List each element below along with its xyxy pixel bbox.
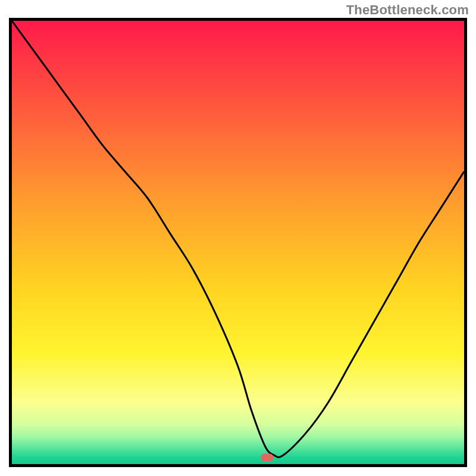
watermark-label: TheBottleneck.com <box>346 2 469 18</box>
plot-svg <box>12 21 464 464</box>
bottleneck-chart: TheBottleneck.com <box>0 0 476 476</box>
plot-frame <box>9 18 467 467</box>
optimum-marker <box>261 453 274 461</box>
gradient-background <box>12 21 464 464</box>
